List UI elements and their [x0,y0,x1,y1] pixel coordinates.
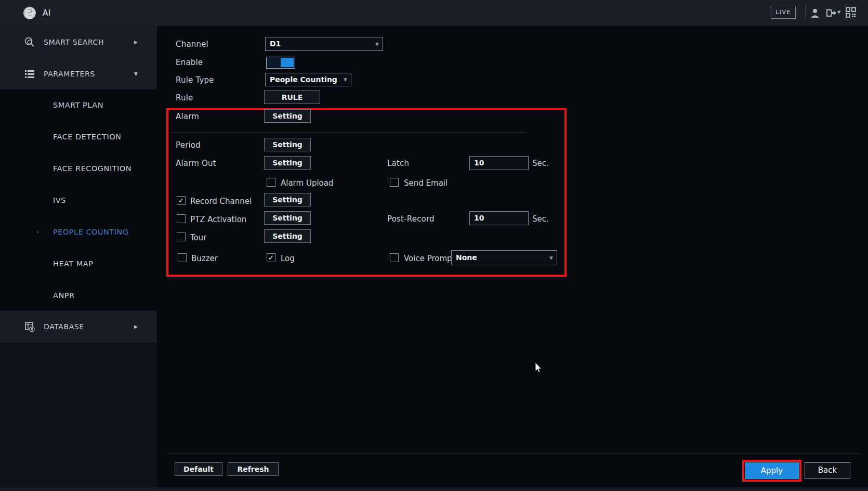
sidebar-item-label: PARAMETERS [44,70,95,78]
voice-prompts-checkbox[interactable] [390,253,399,262]
arrow-down-icon: ▼ [134,71,138,76]
alarm-out-label: Alarm Out [176,159,216,168]
chevron-down-icon: ▼ [375,42,379,47]
post-record-unit: Sec. [532,214,549,224]
enable-label: Enable [176,58,203,67]
top-bar: AI LIVE ▼ [0,0,868,26]
period-label: Period [176,140,201,150]
nvr-ai-screen: AI LIVE ▼ SMART SEARCH [0,0,868,491]
ptz-activation-label: PTZ Activation [190,215,246,224]
sidebar-item-parameters[interactable]: PARAMETERS ▼ [0,58,157,89]
toggle-knob [281,58,294,67]
apply-button[interactable]: Apply [745,462,799,479]
rule-type-label: Rule Type [176,75,214,85]
ai-head-icon [22,5,38,21]
rule-button[interactable]: RULE [264,91,320,104]
buzzer-checkbox[interactable] [178,253,187,262]
back-button[interactable]: Back [805,462,850,479]
arrow-right-icon: ▶ [134,324,138,329]
alarm-out-setting-button[interactable]: Setting [264,156,311,170]
ptz-activation-checkbox[interactable] [177,214,186,223]
database-icon [24,321,35,332]
user-icon[interactable] [809,7,821,19]
chevron-down-icon[interactable]: ▼ [837,10,840,15]
sidebar-item-smart-plan[interactable]: SMART PLAN [0,90,157,122]
sidebar-item-label: SMART SEARCH [44,38,104,46]
ptz-setting-button[interactable]: Setting [264,211,311,225]
sidebar-lower-area [0,343,157,491]
rule-type-select[interactable]: People Counting ▼ [265,73,351,86]
log-checkbox[interactable]: ✓ [267,253,275,262]
parameters-icon [24,68,35,80]
enable-toggle[interactable] [266,57,295,69]
chevron-down-icon: ▼ [549,255,553,261]
tour-setting-button[interactable]: Setting [264,229,311,243]
latch-unit: Sec. [532,159,549,168]
tour-label: Tour [190,233,206,242]
tour-checkbox[interactable] [177,232,186,241]
sidebar-item-heat-map[interactable]: HEAT MAP [0,249,157,280]
bottom-strip [0,487,868,491]
buzzer-label: Buzzer [191,254,218,263]
arrow-right-icon: ▶ [134,40,138,45]
chevron-down-icon: ▼ [344,77,347,82]
log-label: Log [281,254,295,263]
live-button[interactable]: LIVE [771,6,796,19]
smart-search-icon [24,36,35,48]
active-chevron-icon: › [36,228,39,236]
parameters-submenu: SMART PLAN FACE DETECTION FACE RECOGNITI… [0,89,157,311]
period-setting-button[interactable]: Setting [264,138,311,151]
latch-input[interactable]: 10 [469,156,529,170]
sidebar-item-face-recognition[interactable]: FACE RECOGNITION [0,153,157,185]
record-channel-checkbox[interactable]: ✓ [177,196,186,205]
sidebar-item-label: DATABASE [44,322,84,331]
qr-code-icon[interactable] [845,7,857,18]
send-email-label: Send Email [404,178,448,188]
footer-divider [166,453,861,454]
logout-icon[interactable] [824,7,837,19]
alarm-upload-checkbox[interactable] [267,178,275,187]
channel-select[interactable]: D1 ▼ [265,37,383,51]
post-record-input[interactable]: 10 [469,211,529,225]
sidebar-item-database[interactable]: DATABASE ▶ [0,311,157,343]
sidebar-item-anpr[interactable]: ANPR [0,280,157,312]
latch-label: Latch [387,159,409,168]
voice-prompts-select[interactable]: None ▼ [451,250,557,265]
alarm-upload-label: Alarm Upload [281,178,333,188]
topbar-divider [805,5,806,19]
sidebar-item-ivs[interactable]: IVS [0,185,157,217]
post-record-label: Post-Record [387,214,435,224]
sidebar-item-smart-search[interactable]: SMART SEARCH ▶ [0,26,157,58]
sidebar-item-people-counting[interactable]: › PEOPLE COUNTING [0,217,157,249]
rule-label: Rule [176,93,193,102]
record-channel-label: Record Channel [190,197,252,206]
section-divider [172,132,526,133]
sidebar-item-face-detection[interactable]: FACE DETECTION [0,122,157,153]
page-title: AI [43,8,51,18]
refresh-button[interactable]: Refresh [228,462,279,476]
default-button[interactable]: Default [175,462,222,476]
channel-label: Channel [176,40,208,49]
alarm-setting-button[interactable]: Setting [264,109,311,123]
mouse-cursor [531,359,543,374]
alarm-label: Alarm [176,112,199,121]
record-channel-setting-button[interactable]: Setting [264,193,311,206]
send-email-checkbox[interactable] [390,178,399,187]
